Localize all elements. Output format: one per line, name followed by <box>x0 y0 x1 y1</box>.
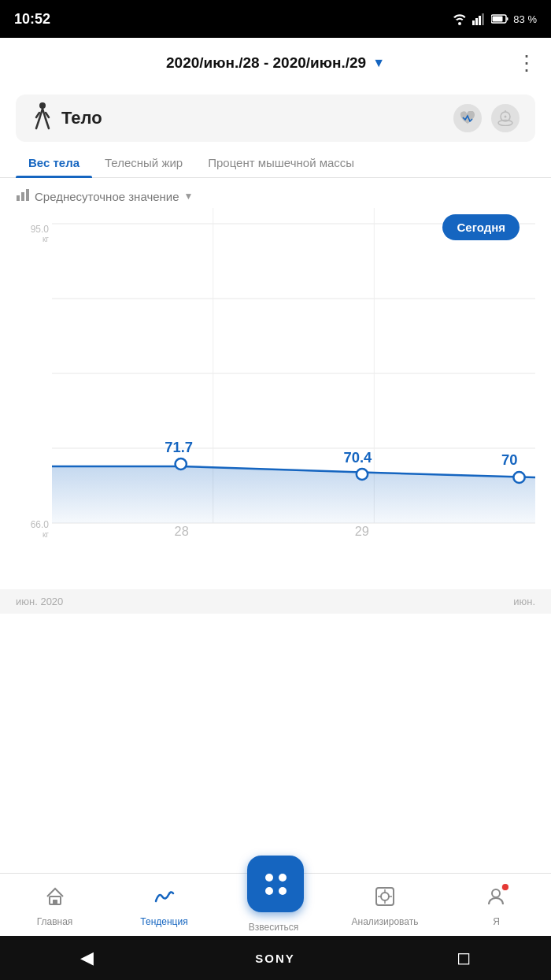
svg-point-39 <box>381 893 389 900</box>
nav-item-analyze[interactable]: Анализировать <box>352 885 419 927</box>
svg-rect-19 <box>21 192 24 201</box>
tab-weight[interactable]: Вес тела <box>16 148 92 177</box>
nav-label-trend: Тенденция <box>140 916 187 927</box>
today-badge: Сегодня <box>442 214 520 240</box>
svg-rect-0 <box>472 20 475 25</box>
body-figure-icon <box>31 102 54 135</box>
home-icon <box>44 885 66 913</box>
status-icons: 83 % <box>452 13 537 25</box>
month-left: июн. 2020 <box>16 596 63 607</box>
dice-dot-2 <box>279 874 287 882</box>
svg-point-44 <box>492 889 500 897</box>
svg-line-9 <box>43 109 46 119</box>
svg-rect-1 <box>475 18 478 25</box>
svg-point-30 <box>513 472 524 483</box>
svg-rect-6 <box>507 17 508 20</box>
svg-line-12 <box>36 113 39 117</box>
svg-rect-20 <box>26 189 29 201</box>
svg-line-13 <box>46 113 49 117</box>
status-bar: 10:52 83 % <box>0 0 551 38</box>
chart-filter-label[interactable]: Среднесуточное значение <box>35 190 179 203</box>
wifi-icon <box>452 13 468 25</box>
chart-filter-bar: Среднесуточное значение ▼ <box>0 178 551 208</box>
header-title[interactable]: 2020/июн./28 - 2020/июн./29 ▼ <box>166 54 385 72</box>
scale-icon-btn[interactable] <box>491 104 520 132</box>
body-extra-icons <box>453 104 520 132</box>
date-range-label: 2020/июн./28 - 2020/июн./29 <box>166 54 366 72</box>
square-button[interactable]: ◻ <box>457 948 471 968</box>
nav-label-me: Я <box>493 916 500 927</box>
svg-rect-18 <box>17 195 20 201</box>
svg-rect-37 <box>53 900 57 904</box>
svg-rect-5 <box>493 17 503 22</box>
month-band: июн. 2020 июн. <box>0 589 551 614</box>
month-right: июн. <box>513 596 535 607</box>
more-menu-button[interactable]: ⋮ <box>516 51 537 76</box>
nav-label-home: Главная <box>37 916 73 927</box>
trend-icon <box>153 885 176 913</box>
svg-line-10 <box>36 119 39 128</box>
svg-point-16 <box>505 116 507 118</box>
walking-icon <box>31 102 54 130</box>
analyze-icon <box>374 885 396 913</box>
back-button[interactable]: ◀ <box>80 948 94 968</box>
nav-label-weigh: Взвеситься <box>249 922 298 933</box>
nav-item-me[interactable]: Я <box>464 885 527 927</box>
chart-area: Сегодня 95.0 кг 66.0 кг <box>16 208 535 586</box>
status-time: 10:52 <box>14 11 50 28</box>
battery-icon <box>491 13 508 24</box>
me-icon <box>485 885 507 913</box>
dice-dot-4 <box>279 887 287 895</box>
svg-text:70.4: 70.4 <box>343 450 372 466</box>
chart-svg: 71.7 70.4 70 28 29 <box>52 208 535 539</box>
svg-text:71.7: 71.7 <box>165 440 193 455</box>
header: 2020/июн./28 - 2020/июн./29 ▼ ⋮ <box>0 38 551 88</box>
weigh-fab-button[interactable] <box>247 856 304 912</box>
y-axis: 95.0 кг 66.0 кг <box>16 224 52 539</box>
body-label: Тело <box>61 108 446 128</box>
date-dropdown-arrow[interactable]: ▼ <box>372 56 385 70</box>
svg-rect-2 <box>479 16 481 25</box>
sony-brand: SONY <box>255 952 295 965</box>
dice-dot-3 <box>265 887 273 895</box>
chart-filter-icon <box>16 187 30 205</box>
svg-line-11 <box>46 119 49 128</box>
tab-muscle[interactable]: Процент мышечной массы <box>195 148 367 177</box>
svg-rect-3 <box>482 13 484 25</box>
svg-point-29 <box>357 469 368 480</box>
tabs-bar: Вес тела Телесный жир Процент мышечной м… <box>0 148 551 178</box>
y-label-bottom: 66.0 кг <box>16 519 52 539</box>
tab-body-fat[interactable]: Телесный жир <box>92 148 195 177</box>
sony-system-bar: ◀ SONY ◻ <box>0 936 551 980</box>
chart-filter-arrow[interactable]: ▼ <box>184 191 194 202</box>
y-label-top: 95.0 кг <box>16 224 52 243</box>
nav-item-trend[interactable]: Тенденция <box>133 885 196 927</box>
nav-label-analyze: Анализировать <box>352 916 419 927</box>
svg-text:70: 70 <box>501 452 517 468</box>
svg-text:28: 28 <box>175 524 189 538</box>
svg-point-28 <box>176 458 187 470</box>
body-selector: Тело <box>16 95 535 142</box>
heart-rate-icon-btn[interactable] <box>453 104 482 132</box>
nav-item-home[interactable]: Главная <box>24 885 87 927</box>
battery-text: 83 % <box>513 13 537 25</box>
svg-text:29: 29 <box>355 524 369 538</box>
dice-dot-1 <box>265 874 273 882</box>
signal-icon <box>472 13 486 25</box>
